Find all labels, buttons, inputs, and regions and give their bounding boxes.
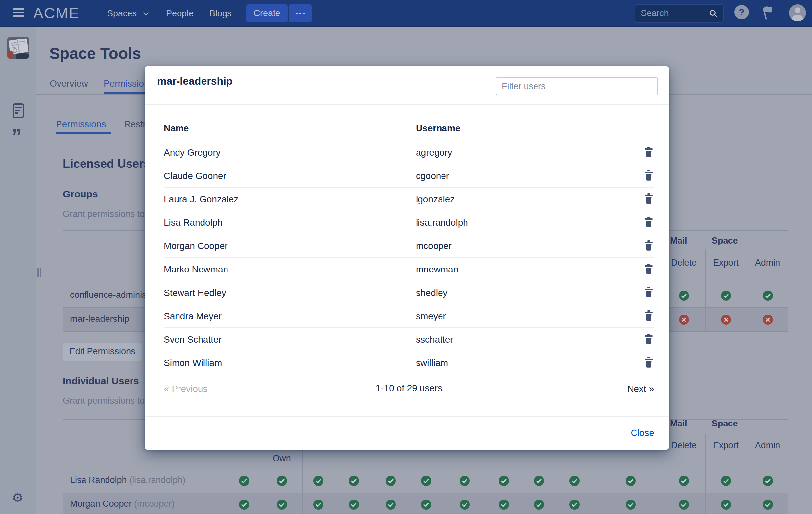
search-icon [709,9,718,18]
gear-icon: ⚙ [12,490,24,505]
row-entity-username: (lisa.randolph) [127,475,186,485]
permission-granted-icon [534,499,544,510]
search-input[interactable] [635,8,709,19]
permission-granted-icon [763,499,773,510]
table-row: Lisa Randolphlisa.randolph [164,211,654,234]
perm-group-header: Mail [670,418,688,429]
pane-resize-handle[interactable] [37,268,41,278]
perm-column-header: Export [706,439,746,452]
user-name: Morgan Cooper [164,241,228,251]
column-header-username: Username [416,123,460,134]
table-divider [705,434,706,514]
permission-granted-icon [313,499,323,510]
delete-user-button[interactable] [644,217,654,228]
chevron-down-icon [143,12,149,17]
top-nav-bar: ACME Spaces People Blogs Create ? [0,0,812,27]
user-name: Simon William [164,358,222,368]
permission-denied-icon [679,315,689,325]
table-row: Morgan Coopermcooper [164,234,654,258]
permission-granted-icon [721,499,731,510]
trash-icon [644,247,653,252]
perm-column-header: Admin [748,256,787,269]
delete-user-button[interactable] [644,287,654,298]
perm-column-header: Export [706,256,746,269]
permission-granted-icon [626,499,636,510]
delete-user-button[interactable] [644,240,654,251]
delete-user-button[interactable] [644,147,654,158]
licensed-users-heading: Licensed Users [63,157,150,171]
group-members-modal: mar-leadership Name Username Andy Gregor… [145,66,669,450]
permission-row-name: mar-leadership [70,314,129,324]
trash-icon [644,153,653,158]
delete-user-button[interactable] [644,310,654,322]
permission-row-name: Lisa Randolph (lisa.randolph) [70,475,185,485]
table-divider [788,434,788,514]
help-button[interactable]: ? [734,5,749,20]
user-avatar[interactable] [789,4,806,21]
perm-column-header: Delete [664,256,703,269]
nav-item-people[interactable]: People [166,8,194,19]
sidebar-item-pages[interactable] [13,103,24,120]
user-username: mnewman [416,264,458,275]
permission-granted-icon [570,476,580,486]
permission-granted-icon [721,476,731,486]
delete-user-button[interactable] [644,193,654,205]
nav-item-blogs[interactable]: Blogs [209,8,232,19]
trash-icon [644,363,653,369]
user-name: Laura J. Gonzalez [164,194,238,205]
nav-item-spaces[interactable]: Spaces [107,8,149,19]
permission-denied-icon [763,315,773,325]
permission-granted-icon [570,499,580,510]
filter-users-input[interactable] [496,77,658,96]
permission-granted-icon [421,499,431,510]
table-row: Laura J. Gonzalezlgonzalez [164,188,654,211]
more-actions-button[interactable] [289,4,312,22]
user-username: sschatter [416,334,453,345]
row-entity-name: Morgan Cooper [70,499,132,509]
pagination-next[interactable]: Next » [164,383,654,394]
user-username: shedley [416,288,448,298]
search-box[interactable] [635,4,724,23]
close-button[interactable]: Close [631,428,654,438]
delete-user-button[interactable] [644,334,654,345]
permission-row-name: Morgan Cooper (mcooper) [70,499,175,509]
brand-logo[interactable]: ACME [33,4,80,22]
permission-granted-icon [277,499,287,510]
column-header-name: Name [164,123,189,134]
user-username: mcooper [416,241,452,251]
permission-denied-icon [721,315,731,325]
document-icon [13,103,24,118]
delete-user-button[interactable] [644,357,654,368]
space-logo-image [7,37,29,59]
delete-user-button[interactable] [644,170,654,181]
tab-overview[interactable]: Overview [50,78,88,89]
flag-icon [760,5,776,21]
create-button[interactable]: Create [246,4,288,22]
space-logo[interactable] [7,37,29,59]
edit-permissions-button[interactable]: Edit Permissions [63,343,142,361]
ellipsis-icon [295,12,305,15]
permission-granted-icon [349,499,359,510]
table-row: Marko Newmanmnewman [164,258,654,281]
modal-header-divider [145,104,669,105]
permission-granted-icon [239,476,249,486]
groups-heading: Groups [63,189,98,200]
delete-user-button[interactable] [644,264,654,275]
subtab-permissions[interactable]: Permissions [56,119,106,130]
permission-granted-icon [239,499,249,510]
permission-granted-icon [313,476,323,486]
user-username: cgooner [416,171,449,181]
permission-granted-icon [460,499,470,510]
permission-granted-icon [386,499,396,510]
table-row: Andy Gregoryagregory [164,141,654,164]
notifications-button[interactable] [760,5,776,22]
permission-granted-icon [277,476,287,486]
sidebar-settings[interactable]: ⚙ [12,490,24,505]
person-icon [789,4,806,21]
permission-granted-icon [679,499,689,510]
user-name: Sven Schatter [164,334,222,345]
sidebar-item-quotes[interactable]: ” [11,125,22,147]
trash-icon [644,177,653,182]
hamburger-menu-icon[interactable] [13,8,24,17]
user-name: Stewart Hedley [164,288,226,298]
